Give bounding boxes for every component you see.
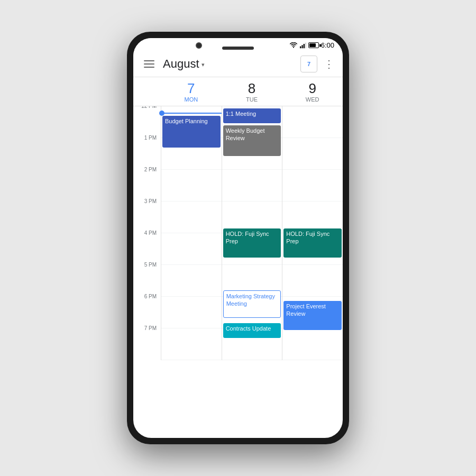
time-slot-12pm: 12 PM — [133, 106, 161, 138]
day-header-tue[interactable]: 8 Tue — [222, 77, 282, 106]
hour-6pm-mon — [161, 297, 222, 328]
hour-1pm-wed — [282, 138, 343, 170]
budget-planning-title: Budget Planning — [165, 117, 218, 125]
hour-2pm-mon — [161, 170, 222, 202]
phone-frame: 6:00 August ▾ 7 ⋮ — [127, 32, 349, 444]
time-slot-1pm: 1 PM — [133, 138, 161, 170]
time-label-3pm: 3 PM — [144, 198, 157, 204]
calendar-body[interactable]: 12 PM 1 PM 2 PM 3 PM 4 PM 5 PM — [133, 106, 343, 438]
day-columns: Budget Planning — [161, 106, 343, 360]
time-label-5pm: 5 PM — [144, 262, 157, 268]
weekly-budget-title: Weekly Budget Review — [226, 127, 279, 142]
app-header: August ▾ 7 ⋮ — [133, 51, 343, 77]
hour-12pm-wed — [282, 106, 343, 138]
battery-fill — [309, 43, 316, 47]
hold-fuji-tue-title: HOLD: Fuji Sync Prep — [226, 230, 279, 245]
one-on-one-title: 1:1 Meeting — [226, 110, 279, 117]
hour-7pm-mon — [161, 328, 222, 360]
hold-fuji-tue-event[interactable]: HOLD: Fuji Sync Prep — [223, 228, 281, 258]
day-headers: 7 Mon 8 Tue 9 Wed — [133, 77, 343, 106]
day-number-tue: 8 — [222, 81, 282, 95]
status-time: 6:00 — [321, 41, 334, 49]
phone-screen: 6:00 August ▾ 7 ⋮ — [133, 38, 343, 438]
time-grid: 12 PM 1 PM 2 PM 3 PM 4 PM 5 PM — [133, 106, 343, 360]
weekly-budget-event[interactable]: Weekly Budget Review — [223, 125, 281, 156]
svg-point-0 — [293, 47, 294, 48]
time-label-4pm: 4 PM — [144, 230, 157, 236]
svg-rect-2 — [301, 45, 303, 48]
hour-3pm-mon — [161, 202, 222, 233]
wifi-icon — [289, 42, 298, 49]
time-slot-5pm: 5 PM — [133, 265, 161, 297]
hamburger-menu[interactable] — [142, 58, 157, 70]
day-header-mon[interactable]: 7 Mon — [161, 77, 222, 106]
time-slot-4pm: 4 PM — [133, 233, 161, 265]
signal-icon — [300, 42, 306, 49]
wednesday-column: HOLD: Fuji Sync Prep Project Everest Rev… — [282, 106, 343, 360]
day-name-mon: Mon — [161, 96, 222, 103]
time-slot-7pm: 7 PM — [133, 328, 161, 360]
current-time-line — [161, 113, 222, 114]
hamburger-line-1 — [144, 60, 154, 61]
project-everest-event[interactable]: Project Everest Review — [283, 301, 342, 330]
time-labels: 12 PM 1 PM 2 PM 3 PM 4 PM 5 PM — [133, 106, 161, 360]
marketing-strategy-title: Marketing Strategy Meeting — [226, 292, 278, 308]
time-label-12pm: 12 PM — [141, 106, 157, 109]
hold-fuji-wed-event[interactable]: HOLD: Fuji Sync Prep — [283, 228, 342, 258]
month-title[interactable]: August ▾ — [163, 57, 300, 71]
hamburger-line-3 — [144, 67, 154, 68]
time-label-6pm: 6 PM — [144, 294, 157, 299]
hour-5pm-mon — [161, 265, 222, 297]
day-header-wed[interactable]: 9 Wed — [282, 77, 343, 106]
month-name: August — [163, 57, 199, 71]
svg-rect-3 — [303, 44, 304, 48]
today-button[interactable]: 7 — [300, 56, 317, 72]
hour-2pm-tue — [222, 170, 282, 202]
svg-rect-4 — [305, 42, 306, 48]
camera — [196, 42, 202, 49]
tuesday-column: 1:1 Meeting Weekly Budget Review HOLD: F… — [222, 106, 282, 360]
contracts-update-title: Contracts Update — [226, 325, 279, 332]
day-name-wed: Wed — [282, 96, 343, 103]
monday-column: Budget Planning — [161, 106, 222, 360]
status-icons: 6:00 — [289, 41, 334, 49]
hour-5pm-wed — [282, 265, 343, 297]
hour-4pm-mon — [161, 233, 222, 265]
time-label-2pm: 2 PM — [144, 167, 157, 172]
time-slot-2pm: 2 PM — [133, 170, 161, 202]
day-number-mon: 7 — [161, 81, 222, 95]
budget-planning-event[interactable]: Budget Planning — [162, 116, 221, 148]
more-options-button[interactable]: ⋮ — [322, 56, 336, 72]
hold-fuji-wed-title: HOLD: Fuji Sync Prep — [286, 230, 339, 245]
contracts-update-event[interactable]: Contracts Update — [223, 323, 281, 338]
hamburger-line-2 — [144, 63, 154, 65]
time-slot-3pm: 3 PM — [133, 202, 161, 233]
one-on-one-event[interactable]: 1:1 Meeting — [223, 108, 281, 123]
dropdown-arrow: ▾ — [202, 61, 205, 68]
today-day: 7 — [307, 61, 310, 67]
time-label-7pm: 7 PM — [144, 325, 157, 331]
status-bar: 6:00 — [133, 38, 343, 51]
marketing-strategy-event[interactable]: Marketing Strategy Meeting — [223, 290, 281, 318]
project-everest-title: Project Everest Review — [286, 303, 339, 318]
time-slot-6pm: 6 PM — [133, 297, 161, 328]
day-name-tue: Tue — [222, 96, 282, 103]
time-label-1pm: 1 PM — [144, 135, 157, 141]
hour-7pm-wed — [282, 328, 343, 360]
hour-2pm-wed — [282, 170, 343, 202]
current-time-dot — [159, 111, 164, 116]
svg-rect-1 — [300, 46, 301, 48]
time-gutter-header — [133, 77, 161, 106]
day-number-wed: 9 — [282, 81, 343, 95]
header-icons: 7 ⋮ — [300, 56, 336, 72]
battery-icon — [308, 42, 319, 48]
